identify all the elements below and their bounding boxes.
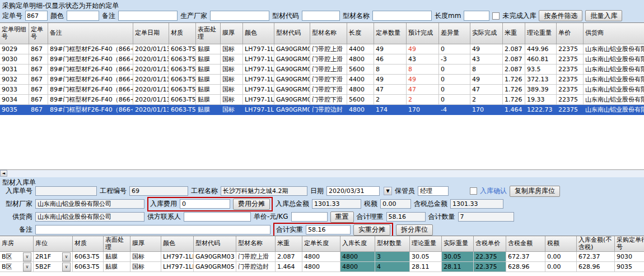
top-header-cell[interactable]: 长度 bbox=[347, 23, 374, 44]
bottom-header-cell[interactable]: 入库金额(不含税) bbox=[577, 236, 615, 252]
total-with-tax-field[interactable]: 1301.33 bbox=[450, 199, 503, 209]
top-table-cell: 2 bbox=[470, 95, 503, 105]
reset-button[interactable]: 重置 bbox=[330, 211, 354, 223]
table-row[interactable]: 903186789#门框型材F26-F40（866+867）2020/01/13… bbox=[0, 65, 644, 75]
inbound-total-field[interactable]: 1301.33 bbox=[312, 199, 361, 209]
batch-inbound-button[interactable]: 批量入库 bbox=[585, 10, 622, 21]
bottom-table-cell: 0.00 bbox=[545, 262, 577, 272]
top-header-cell[interactable]: 定单日期 bbox=[133, 23, 169, 44]
combo-cell[interactable]: B区∨ bbox=[0, 252, 34, 262]
bottom-header-cell[interactable]: 表面处理 bbox=[104, 236, 130, 252]
top-header-cell[interactable]: 材质 bbox=[169, 23, 196, 44]
top-header-cell[interactable]: 差异量 bbox=[439, 23, 470, 44]
table-row[interactable]: B区∨2R1F∨6063-T5贴膜国标LH797-1LL0GA90GRM03门带… bbox=[0, 252, 644, 262]
combo-cell[interactable]: 2R1F∨ bbox=[34, 252, 73, 262]
fee-allocate-button[interactable]: 费用分摊 bbox=[233, 199, 270, 210]
chevron-down-icon[interactable]: ∨ bbox=[62, 252, 71, 261]
bottom-header-cell[interactable]: 含税单价 bbox=[474, 236, 506, 252]
theory-total-label: 合计理重 bbox=[357, 212, 384, 222]
bottom-header-cell[interactable]: 理论重量 bbox=[410, 236, 442, 252]
bottom-header-cell[interactable]: 采购定单行号 bbox=[615, 236, 644, 252]
top-header-cell[interactable]: 型材名称 bbox=[310, 23, 347, 44]
unit-price-field[interactable] bbox=[291, 212, 328, 222]
bottom-header-cell[interactable]: 库房 bbox=[0, 236, 34, 252]
keeper-field[interactable]: 经理 bbox=[418, 186, 449, 196]
scroll-left-icon[interactable]: ◄ bbox=[0, 170, 7, 177]
note-field[interactable] bbox=[35, 225, 270, 234]
top-header-cell[interactable]: 供货商 bbox=[584, 23, 644, 44]
bottom-header-cell[interactable]: 米重 bbox=[276, 236, 302, 252]
filter-input-0[interactable] bbox=[25, 11, 48, 21]
filter-input-2[interactable] bbox=[118, 11, 178, 21]
actual-total-field[interactable]: 58.16 bbox=[306, 225, 351, 234]
bottom-header-cell[interactable]: 实际重量 bbox=[442, 236, 474, 252]
theory-total-field[interactable]: 58.16 bbox=[386, 212, 426, 222]
top-header-cell[interactable]: 实际完成 bbox=[470, 23, 503, 44]
table-row[interactable]: 903586789#门框型材F26-F40（866+867）2020/01/13… bbox=[0, 105, 644, 115]
filter-input-1[interactable] bbox=[67, 11, 99, 21]
contact-field[interactable] bbox=[184, 212, 251, 222]
top-header-cell[interactable]: 米重 bbox=[503, 23, 525, 44]
top-header-cell[interactable]: 颜色 bbox=[243, 23, 274, 44]
chevron-down-icon[interactable]: ∨ bbox=[23, 252, 31, 261]
table-row[interactable]: 902986789#门框型材F26-F40（866+867）2020/01/13… bbox=[0, 44, 644, 54]
combo-cell[interactable]: B区∨ bbox=[0, 262, 34, 272]
bottom-header-cell[interactable]: 税额 bbox=[545, 236, 577, 252]
top-table-cell: -4 bbox=[439, 105, 470, 115]
table-row[interactable]: 903386789#门框型材F26-F40（866+867）2020/01/13… bbox=[0, 85, 644, 95]
filter-label-0: 定单号 bbox=[2, 11, 22, 21]
receipt-no-field[interactable] bbox=[35, 186, 97, 196]
bottom-header-cell[interactable]: 型材名称 bbox=[236, 236, 276, 252]
copy-warehouse-location-button[interactable]: 复制库房库位 bbox=[510, 186, 560, 197]
actual-weight-allocate-button[interactable]: 实重分摊 bbox=[353, 224, 390, 236]
top-header-cell[interactable]: 定单号 bbox=[29, 23, 48, 44]
bottom-header-cell[interactable]: 含税金额 bbox=[506, 236, 545, 252]
combo-cell[interactable]: 5B2F∨ bbox=[34, 262, 73, 272]
chevron-down-icon[interactable]: ∨ bbox=[62, 263, 71, 272]
tax-field[interactable]: 0.00 bbox=[380, 199, 411, 209]
filter-by-condition-button[interactable]: 按条件筛选 bbox=[539, 10, 582, 21]
bottom-header-cell[interactable]: 库位 bbox=[34, 236, 73, 252]
top-header-cell[interactable]: 表面处理 bbox=[196, 23, 221, 44]
filter-input-4[interactable] bbox=[302, 11, 340, 21]
supplier-field[interactable]: 山东南山铝业股份有限公司 bbox=[35, 212, 144, 222]
bottom-header-cell[interactable]: 颜色 bbox=[161, 236, 194, 252]
top-header-cell[interactable]: 单价 bbox=[557, 23, 584, 44]
filter-input-6[interactable] bbox=[464, 11, 489, 21]
top-header-cell[interactable]: 预计完成 bbox=[407, 23, 439, 44]
top-table-hscrollbar[interactable]: ◄ bbox=[0, 169, 644, 177]
top-table-cell: 门带腔下滑 bbox=[310, 95, 347, 105]
top-header-cell[interactable]: 定单数量 bbox=[374, 23, 407, 44]
split-location-button[interactable]: 拆分库位 bbox=[396, 224, 433, 236]
inbound-fee-field[interactable]: 0 bbox=[180, 199, 230, 209]
top-header-cell[interactable]: 理论重量 bbox=[525, 23, 557, 44]
table-row[interactable]: 903086789#门框型材F26-F40（866+867）2020/01/13… bbox=[0, 54, 644, 65]
inbound-confirm-checkbox[interactable] bbox=[470, 187, 477, 195]
filter-input-5[interactable] bbox=[372, 11, 432, 21]
filter-input-3[interactable] bbox=[210, 11, 269, 21]
top-header-cell[interactable]: 定单明细号 bbox=[0, 23, 29, 44]
project-no-field[interactable]: 69 bbox=[129, 186, 188, 196]
table-row[interactable]: 903486789#门框型材F26-F40（866+867）2020/01/13… bbox=[0, 95, 644, 105]
bottom-header-cell[interactable]: 入库长度 bbox=[340, 236, 375, 252]
bottom-header-cell[interactable]: 型材代码 bbox=[194, 236, 236, 252]
table-row[interactable]: 903286789#门框型材F26-F40（866+867）2020/01/13… bbox=[0, 75, 644, 85]
qty-total-field[interactable]: 7 bbox=[458, 212, 514, 222]
bottom-header-cell[interactable]: 定单长度 bbox=[302, 236, 340, 252]
chevron-down-icon[interactable]: ∨ bbox=[23, 263, 31, 272]
top-table-cell: 867 bbox=[29, 54, 48, 65]
unfinished-checkbox[interactable] bbox=[492, 12, 500, 20]
project-name-field[interactable]: 长沙万科魅力之城4.2期 bbox=[221, 186, 307, 196]
top-header-cell[interactable]: 备注 bbox=[48, 23, 133, 44]
date-picker-dropdown-icon[interactable]: ▼ bbox=[384, 187, 392, 195]
bottom-header-cell[interactable]: 型材数量 bbox=[375, 236, 410, 252]
bottom-header-cell[interactable]: 膜厚 bbox=[130, 236, 161, 252]
factory-field[interactable]: 山东南山铝业股份有限公司 bbox=[35, 199, 144, 209]
date-field[interactable]: 2020/03/31 bbox=[326, 186, 380, 196]
bottom-table-cell: 4800 bbox=[340, 262, 375, 272]
top-table-cell: 22375 bbox=[557, 105, 584, 115]
bottom-header-cell[interactable]: 材质 bbox=[73, 236, 104, 252]
top-header-cell[interactable]: 膜厚 bbox=[221, 23, 243, 44]
top-header-cell[interactable]: 型材代码 bbox=[274, 23, 310, 44]
table-row[interactable]: B区∨5B2F∨6063-T5贴膜国标LH797-1LL0GA90GRM05门带… bbox=[0, 262, 644, 272]
